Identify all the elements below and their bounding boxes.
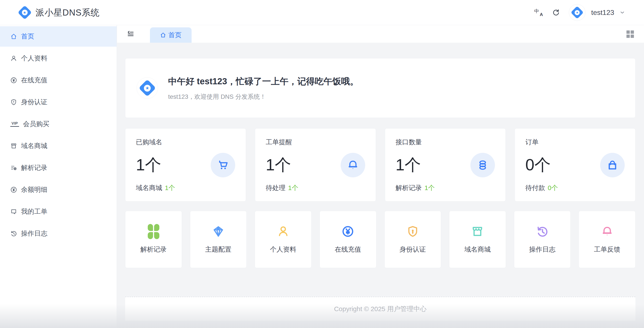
tile-label: 身份认证 bbox=[400, 245, 426, 254]
stat-title: 接口数量 bbox=[396, 138, 495, 147]
stat-card-domains: 已购域名 1个 域名商城1个 bbox=[125, 128, 246, 201]
refresh-icon[interactable] bbox=[552, 8, 560, 17]
stats-row: 已购域名 1个 域名商城1个 工单提醒 bbox=[125, 128, 636, 201]
language-switch-icon[interactable]: 中 A bbox=[534, 8, 543, 17]
bell-icon bbox=[601, 225, 614, 238]
tile-label: 主题配置 bbox=[205, 245, 232, 254]
stat-value: 0个 bbox=[526, 154, 550, 176]
tab-bar: 首页 bbox=[117, 25, 644, 43]
stat-title: 订单 bbox=[526, 138, 625, 147]
sidebar-item-label: 操作日志 bbox=[21, 229, 47, 238]
app-header: ★ 派小星DNS系统 中 A ★ test123 bbox=[0, 0, 644, 25]
stat-card-orders: 订单 0个 待付款0个 bbox=[515, 128, 636, 201]
chat-icon bbox=[10, 208, 17, 215]
sidebar-item-label: 解析记录 bbox=[21, 163, 47, 172]
stat-card-tickets: 工单提醒 1个 待处理1个 bbox=[255, 128, 376, 201]
database-icon bbox=[470, 153, 495, 177]
avatar[interactable]: ★ bbox=[569, 4, 586, 21]
sidebar-item-tickets[interactable]: 我的工单 bbox=[0, 201, 116, 222]
shield-keyhole-icon bbox=[406, 225, 419, 238]
copyright-text: Copyright © 2025 用户管理中心 bbox=[334, 305, 426, 314]
shop-icon bbox=[471, 225, 484, 238]
welcome-title: 中午好 test123，忙碌了一上午，记得吃午饭哦。 bbox=[168, 75, 358, 87]
main-content: ★ 中午好 test123，忙碌了一上午，记得吃午饭哦。 test123，欢迎使… bbox=[117, 43, 644, 328]
sidebar-item-label: 在线充值 bbox=[21, 76, 47, 85]
sidebar-item-home[interactable]: 首页 bbox=[0, 26, 116, 47]
bag-icon bbox=[600, 153, 625, 177]
welcome-logo-icon: ★ bbox=[136, 77, 158, 99]
sidebar-item-label: 个人资料 bbox=[21, 54, 47, 63]
sidebar-item-recharge[interactable]: 在线充值 bbox=[0, 70, 116, 90]
vip-icon: VIP bbox=[10, 121, 19, 127]
history-icon bbox=[536, 225, 549, 238]
user-icon bbox=[10, 55, 17, 62]
stat-footer-link[interactable]: 域名商城1个 bbox=[136, 184, 235, 192]
sidebar-item-label: 域名商城 bbox=[21, 141, 47, 150]
history-icon bbox=[10, 230, 17, 237]
quick-actions-row: 解析记录 主题配置 bbox=[125, 211, 636, 268]
footer: Copyright © 2025 用户管理中心 bbox=[125, 297, 636, 321]
shield-icon bbox=[10, 99, 17, 105]
sidebar-item-label: 首页 bbox=[21, 32, 34, 41]
tile-identity[interactable]: 身份认证 bbox=[384, 211, 441, 268]
app-title: 派小星DNS系统 bbox=[36, 6, 100, 19]
sidebar-item-domain-shop[interactable]: 域名商城 bbox=[0, 136, 116, 156]
stat-value: 1个 bbox=[136, 154, 161, 176]
sidebar-item-vip[interactable]: VIP 会员购买 bbox=[0, 114, 116, 134]
stat-footer-link[interactable]: 待付款0个 bbox=[526, 184, 625, 192]
app-logo-icon: ★ bbox=[18, 5, 32, 19]
sidebar-item-label: 身份认证 bbox=[21, 98, 47, 107]
tile-ticket-feedback[interactable]: 工单反馈 bbox=[579, 211, 636, 268]
stat-title: 工单提醒 bbox=[266, 138, 365, 147]
sidebar-nav: 首页 个人资料 在线充值 身份认证 VIP 会员购买 bbox=[0, 25, 117, 328]
yen-circle-icon bbox=[10, 186, 17, 193]
username[interactable]: test123 bbox=[591, 8, 614, 17]
sidebar-item-label: 余额明细 bbox=[21, 185, 47, 194]
cart-icon bbox=[211, 153, 235, 177]
bell-icon bbox=[341, 153, 365, 177]
tile-label: 解析记录 bbox=[140, 245, 166, 254]
theme-gem-icon bbox=[212, 225, 225, 238]
stat-footer-link[interactable]: 解析记录1个 bbox=[396, 184, 495, 192]
tile-theme-config[interactable]: 主题配置 bbox=[190, 211, 247, 268]
stat-value: 1个 bbox=[266, 154, 291, 176]
sidebar-item-profile[interactable]: 个人资料 bbox=[0, 48, 116, 68]
yen-circle-icon bbox=[10, 77, 17, 84]
tile-label: 工单反馈 bbox=[594, 245, 620, 254]
tile-recharge[interactable]: 在线充值 bbox=[320, 211, 376, 268]
sidebar-item-label: 会员购买 bbox=[23, 120, 49, 129]
user-icon bbox=[277, 225, 290, 238]
chevron-down-icon[interactable] bbox=[618, 8, 626, 17]
tile-logs[interactable]: 操作日志 bbox=[514, 211, 571, 268]
stat-card-interfaces: 接口数量 1个 解析记录1个 bbox=[385, 128, 506, 201]
welcome-subtitle: test123，欢迎使用 DNS 分发系统！ bbox=[168, 93, 358, 101]
yen-circle-icon bbox=[342, 225, 354, 238]
sidebar-item-dns-records[interactable]: 解析记录 bbox=[0, 158, 116, 178]
logo-star-icon: ★ bbox=[23, 11, 26, 14]
tile-profile[interactable]: 个人资料 bbox=[255, 211, 312, 268]
tab-home[interactable]: 首页 bbox=[150, 27, 192, 43]
welcome-card: ★ 中午好 test123，忙碌了一上午，记得吃午饭哦。 test123，欢迎使… bbox=[125, 58, 636, 118]
dns-dashboard: ★ 派小星DNS系统 中 A ★ test123 bbox=[0, 0, 644, 328]
sidebar-item-identity[interactable]: 身份认证 bbox=[0, 92, 116, 112]
sidebar-item-balance[interactable]: 余额明细 bbox=[0, 180, 116, 200]
list-gear-icon bbox=[10, 164, 17, 171]
tile-dns-records[interactable]: 解析记录 bbox=[125, 211, 182, 268]
sidebar-collapse-icon[interactable] bbox=[127, 30, 134, 38]
tile-label: 操作日志 bbox=[529, 245, 556, 254]
stat-title: 已购域名 bbox=[136, 138, 235, 147]
stat-value: 1个 bbox=[396, 154, 421, 176]
layout-grid-icon[interactable] bbox=[626, 30, 634, 38]
sidebar-item-logs[interactable]: 操作日志 bbox=[0, 223, 116, 244]
clover-icon bbox=[148, 225, 159, 238]
tab-label: 首页 bbox=[168, 31, 182, 40]
tile-label: 个人资料 bbox=[270, 245, 296, 254]
tile-label: 在线充值 bbox=[335, 245, 361, 254]
tile-domain-shop[interactable]: 域名商城 bbox=[449, 211, 506, 268]
home-icon bbox=[10, 33, 17, 40]
sidebar-item-label: 我的工单 bbox=[21, 207, 47, 216]
home-icon bbox=[160, 32, 166, 38]
stat-footer-link[interactable]: 待处理1个 bbox=[266, 184, 365, 192]
tile-label: 域名商城 bbox=[464, 245, 490, 254]
shop-icon bbox=[10, 143, 17, 149]
